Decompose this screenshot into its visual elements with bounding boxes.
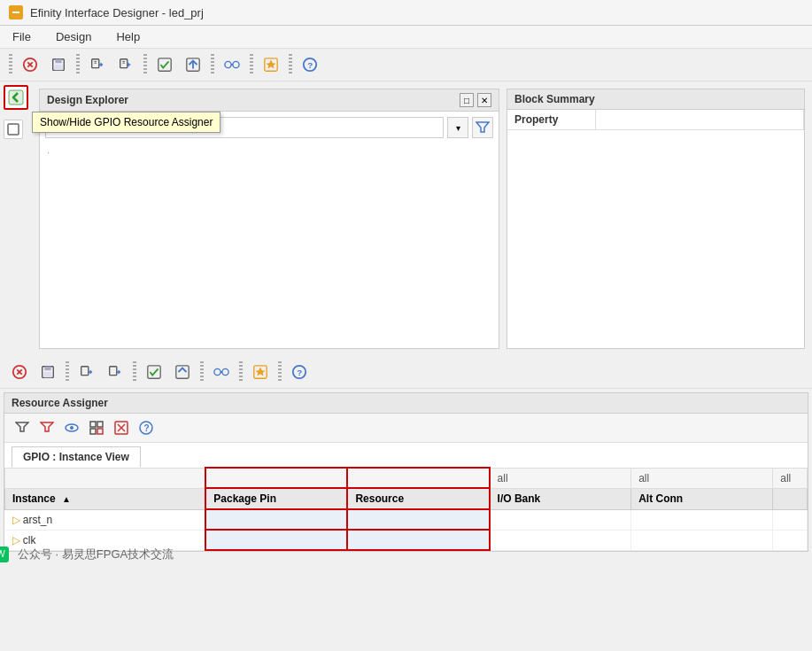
arrow-button[interactable] — [181, 52, 205, 77]
search-dropdown[interactable]: ▾ — [447, 117, 468, 138]
altconn-col-header: Alt Conn — [631, 488, 773, 509]
svg-rect-7 — [55, 65, 63, 70]
resource-col-header: Resource — [347, 488, 489, 509]
property-column-header: Property — [507, 110, 596, 129]
svg-point-47 — [70, 426, 73, 430]
gpio-table: all all all Instance ▲ Package Pin — [4, 467, 808, 551]
table-row[interactable]: ▷ arst_n — [5, 509, 808, 530]
all-row: all all all — [5, 468, 808, 488]
svg-marker-41 — [256, 368, 266, 376]
svg-rect-6 — [55, 59, 61, 64]
value-column-header — [596, 110, 804, 129]
ra-eye-btn[interactable] — [61, 417, 82, 438]
check-button[interactable] — [152, 52, 177, 77]
wechat-icon: W — [0, 546, 9, 562]
toolbar-sep2 — [76, 54, 80, 75]
menu-design[interactable]: Design — [50, 28, 97, 45]
ra-filter2-btn[interactable] — [36, 417, 58, 438]
svg-marker-21 — [267, 60, 276, 69]
instance-cell-arst: ▷ arst_n — [5, 509, 206, 530]
all-instance-spacer — [5, 468, 206, 488]
svg-text:?: ? — [297, 368, 302, 377]
svg-point-37 — [214, 368, 220, 375]
svg-marker-44 — [16, 422, 28, 431]
svg-point-38 — [222, 368, 228, 375]
save-button-2[interactable] — [35, 360, 60, 384]
svg-rect-32 — [44, 372, 52, 377]
gpio-instance-view-tab[interactable]: GPIO : Instance View — [12, 446, 141, 467]
package-pin-cell-arst[interactable] — [205, 509, 347, 530]
svg-rect-31 — [44, 367, 50, 371]
watermark-text: 公众号 · 易灵思FPGA技术交流 — [18, 546, 174, 562]
star-button-2[interactable] — [248, 360, 273, 384]
ra-grid-btn[interactable] — [86, 417, 107, 438]
tb2-sep4 — [239, 361, 243, 383]
row-icon-arst: ▷ — [12, 514, 20, 526]
toolbar-sep3 — [143, 54, 147, 75]
tb2-sep — [66, 361, 69, 383]
panel-controls: □ ✕ — [460, 93, 491, 107]
toolbar-sep6 — [289, 54, 292, 75]
star-button[interactable] — [259, 52, 283, 77]
menu-help[interactable]: Help — [111, 28, 145, 45]
arrow-button-2[interactable] — [170, 360, 195, 384]
svg-rect-35 — [148, 366, 160, 378]
svg-marker-45 — [41, 422, 53, 431]
extra-col-header — [773, 488, 808, 509]
svg-rect-50 — [90, 429, 96, 434]
resource-assigner-panel: ? GPIO : Instance View all all all — [4, 413, 808, 552]
svg-rect-51 — [97, 429, 103, 434]
design-explorer-header: Design Explorer □ ✕ — [40, 89, 499, 112]
altconn-cell-arst — [631, 509, 773, 530]
title-bar: Efinity Interface Designer - led_prj — [0, 0, 812, 26]
all-resource-spacer — [347, 468, 489, 488]
show-hide-gpio-button[interactable]: Show/Hide GPIO Resource Assigner — [4, 85, 28, 110]
svg-text:?: ? — [144, 423, 150, 433]
save-button[interactable] — [46, 52, 71, 77]
tooltip-show-hide-gpio: Show/Hide GPIO Resource Assigner — [32, 112, 220, 133]
help-button[interactable]: ? — [298, 52, 322, 77]
bottom-section: Resource Assigner ? GPIO : I — [0, 389, 812, 578]
panel-restore-btn[interactable]: □ — [460, 93, 474, 107]
instance-col-header: Instance ▲ — [5, 488, 206, 509]
block-summary-table: Property — [507, 110, 804, 130]
ra-help-btn[interactable]: ? — [135, 417, 157, 438]
toolbar-sep5 — [250, 54, 253, 75]
svg-rect-25 — [8, 124, 19, 135]
design-explorer-tree: · — [40, 143, 499, 348]
resource-assigner-label: Resource Assigner — [4, 392, 808, 413]
left-btn-2[interactable] — [4, 120, 23, 139]
search-filter-btn[interactable] — [472, 117, 493, 138]
toolbar-sep — [9, 54, 12, 75]
gpio-table-container[interactable]: all all all Instance ▲ Package Pin — [4, 467, 808, 551]
iobank-cell-arst — [490, 509, 631, 530]
resource-cell-arst[interactable] — [347, 509, 489, 530]
second-toolbar: ? — [0, 356, 812, 389]
svg-rect-24 — [9, 90, 23, 105]
sort-arrow: ▲ — [62, 494, 71, 504]
block-summary-panel: Block Summary Property — [507, 89, 805, 349]
export-button[interactable] — [113, 52, 138, 77]
iobank-col-header: I/O Bank — [490, 488, 631, 509]
import-button-2[interactable] — [74, 360, 99, 384]
ra-filter1-btn[interactable] — [12, 417, 33, 438]
export-button-2[interactable] — [103, 360, 128, 384]
menu-file[interactable]: File — [7, 28, 36, 45]
toolbar-sep4 — [211, 54, 214, 75]
close-button-2[interactable] — [7, 360, 32, 384]
panel-close-btn[interactable]: ✕ — [477, 93, 491, 107]
svg-point-17 — [225, 61, 231, 67]
window-title: Efinity Interface Designer - led_prj — [30, 6, 204, 19]
link-button[interactable] — [220, 52, 244, 77]
link-button-2[interactable] — [209, 360, 234, 384]
import-button[interactable] — [85, 52, 110, 77]
close-button[interactable] — [18, 52, 43, 77]
svg-marker-26 — [476, 122, 489, 132]
all-extra-header: all — [773, 468, 808, 488]
extra-cell-arst — [773, 509, 808, 530]
ra-close-btn[interactable] — [111, 417, 132, 438]
check-button-2[interactable] — [142, 360, 166, 384]
help-button-2[interactable]: ? — [287, 360, 312, 384]
design-explorer-title: Design Explorer — [47, 94, 128, 106]
svg-rect-49 — [97, 422, 103, 427]
